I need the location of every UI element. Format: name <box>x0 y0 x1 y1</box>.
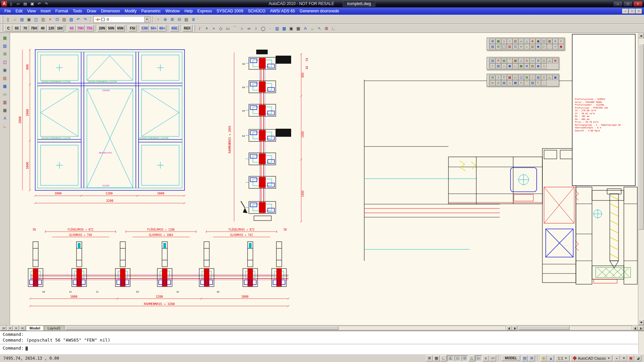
profile-button-0[interactable]: C50 <box>140 25 149 32</box>
profile-button-0[interactable]: 65 <box>68 25 76 32</box>
profile-button-2[interactable]: 75S <box>85 25 94 32</box>
polygon-icon[interactable]: ◇ <box>217 25 224 32</box>
quick-view-layouts-icon[interactable]: ▤ <box>521 355 528 361</box>
cad-tool-icon-13[interactable]: ⊙ <box>495 80 501 85</box>
cad-tool-icon-19[interactable]: ↔ <box>524 44 530 49</box>
cad-tool-icon-17[interactable]: ▩ <box>518 63 524 69</box>
hatch-palette-icon[interactable]: ▨ <box>1 74 9 81</box>
qp-toggle[interactable]: ▭ <box>489 355 496 361</box>
horizontal-scrollbar[interactable] <box>65 326 506 330</box>
cad-tool-icon-10[interactable]: ▩ <box>547 39 552 44</box>
profile-button-2[interactable]: 70 <box>21 25 29 32</box>
profile-button-1[interactable]: 70H <box>76 25 85 32</box>
paste-icon[interactable]: ▨ <box>61 16 68 23</box>
layer-lock-icon[interactable]: ▪ <box>99 17 101 21</box>
cad-tool-icon-8[interactable]: ≣ <box>535 58 541 63</box>
menu-item-view[interactable]: View <box>25 8 38 14</box>
cad-tool-icon-24[interactable]: ≈ <box>552 44 558 49</box>
cad-tool-icon-13[interactable]: ▨ <box>495 63 501 69</box>
snap-toggle[interactable]: ⊞ <box>426 355 433 361</box>
cad-tool-icon-9[interactable]: ◫ <box>541 39 547 44</box>
maximize-button[interactable]: □ <box>623 1 633 7</box>
tab-model[interactable]: Model <box>26 325 44 330</box>
cad-tool-icon-1[interactable]: ▦ <box>495 39 501 44</box>
dyn-toggle[interactable]: ▷ <box>475 355 482 361</box>
cad-tool-icon-10[interactable]: △ <box>547 58 552 63</box>
menu-item-dimension[interactable]: Dimension <box>99 8 122 14</box>
profile-button-0[interactable]: C <box>4 25 12 32</box>
menu-item-file[interactable]: File <box>2 8 13 14</box>
hscroll-right-button[interactable] <box>512 326 517 330</box>
ortho-toggle[interactable]: ∟ <box>440 355 447 361</box>
cad-tool-icon-4[interactable]: ▭ <box>513 75 518 80</box>
cad-tool-icon-21[interactable]: · <box>541 80 547 85</box>
circle-icon[interactable]: ○ <box>238 25 246 32</box>
quick-view-drawings-icon[interactable]: ⊞ <box>528 355 535 361</box>
properties-icon[interactable]: ▤ <box>183 16 190 23</box>
command-splitter[interactable] <box>0 344 644 344</box>
ref-button[interactable]: REF. <box>182 25 193 32</box>
cad-tool-icon-21[interactable]: ◉ <box>535 44 541 49</box>
menu-item-express[interactable]: Express <box>195 8 214 14</box>
undo-icon[interactable]: ↶ <box>75 16 82 23</box>
hscroll-left-button[interactable] <box>506 326 512 330</box>
cad-tool-icon-7[interactable]: ○ <box>530 75 535 80</box>
cad-tool-icon-1[interactable]: ✕ <box>495 58 501 63</box>
tab-layout1[interactable]: Layout1 <box>44 325 64 330</box>
zoom-window-icon[interactable]: ⊞ <box>169 16 176 23</box>
first-layout-button[interactable]: |◂ <box>1 326 6 330</box>
hatch-icon[interactable]: ▨ <box>274 25 281 32</box>
cad-tool-icon-18[interactable]: ⌒ <box>524 80 530 85</box>
cad-tool-icon-15[interactable]: ◯ <box>501 44 507 49</box>
osnap-settings-icon[interactable]: ⊞ <box>323 25 330 32</box>
menu-item-help[interactable]: Help <box>182 8 195 14</box>
profile-button-2[interactable]: 65N <box>116 25 125 32</box>
profile-button-1[interactable]: 50N <box>107 25 115 32</box>
menu-item-genereren-doorsnede[interactable]: Genereren doorsnede <box>297 8 341 14</box>
toolbar-grip[interactable] <box>194 25 195 32</box>
cad-tool-icon-16[interactable]: ▩ <box>513 80 518 85</box>
cad-tool-icon-17[interactable]: × <box>518 80 524 85</box>
vscroll-track[interactable] <box>638 38 644 320</box>
copy-icon[interactable]: ⊡ <box>54 16 61 23</box>
measure-icon[interactable]: ∟ <box>1 123 9 130</box>
layer-properties-icon[interactable]: ≣ <box>190 16 197 23</box>
rectangle-icon[interactable]: ▭ <box>224 25 231 32</box>
table-icon[interactable]: ▦ <box>295 25 302 32</box>
cad-tool-icon-8[interactable]: ▣ <box>535 39 541 44</box>
revcloud-icon[interactable]: ∞ <box>246 25 253 32</box>
cad-tool-icon-23[interactable]: · <box>547 44 552 49</box>
cad-tool-icon-9[interactable]: ≡ <box>541 75 547 80</box>
layer-combo[interactable]: ○◉▪ 0 <box>93 16 150 23</box>
cad-tool-icon-3[interactable]: ⌒ <box>507 58 513 63</box>
ducs-toggle[interactable]: △ <box>468 355 475 361</box>
plot-preview-icon[interactable]: ◫ <box>33 16 40 23</box>
lwt-toggle[interactable]: ≡ <box>482 355 489 361</box>
cad-tool-icon-8[interactable]: ▧ <box>535 75 541 80</box>
sheet-set-icon[interactable]: ▦ <box>1 34 9 41</box>
cad-tool-icon-5[interactable]: ◫ <box>518 75 524 80</box>
doc-close-button[interactable]: × <box>636 9 642 14</box>
cad-tool-icon-1[interactable]: I <box>495 75 501 80</box>
cad-tool-icon-5[interactable]: ▭ <box>518 39 524 44</box>
menu-item-syscad-2009[interactable]: SYSCAD 2009 <box>214 8 246 14</box>
leader-icon[interactable]: ↖ <box>316 25 323 32</box>
profile-button-5[interactable]: 120 <box>47 25 55 32</box>
markup-icon[interactable]: ▧ <box>1 42 9 49</box>
hscroll-thumb[interactable] <box>66 326 338 330</box>
ellipse-icon[interactable]: ◯ <box>260 25 267 32</box>
menu-item-draw[interactable]: Draw <box>85 8 99 14</box>
cad-tool-icon-19[interactable]: ▨ <box>530 80 535 85</box>
vertical-scrollbar[interactable] <box>638 33 644 325</box>
cad-tool-icon-0[interactable]: ⊞ <box>490 39 495 44</box>
cad-tool-icon-2[interactable]: ▤ <box>501 58 507 63</box>
hscroll2-thumb[interactable] <box>519 326 570 330</box>
cad-tool-icon-0[interactable]: ▥ <box>490 58 495 63</box>
cad-tool-icon-20[interactable]: ↖ <box>535 80 541 85</box>
workspace-switcher[interactable]: AutoCAD Classic <box>571 355 612 361</box>
cad-tool-icon-0[interactable]: ⊟ <box>490 75 495 80</box>
clean-screen-icon[interactable]: ◢ <box>635 355 641 361</box>
annotation-scale[interactable]: 1:1 <box>555 355 569 361</box>
cad-tool-icon-25[interactable]: ▣ <box>558 44 564 49</box>
menu-item-modify[interactable]: Modify <box>122 8 139 14</box>
